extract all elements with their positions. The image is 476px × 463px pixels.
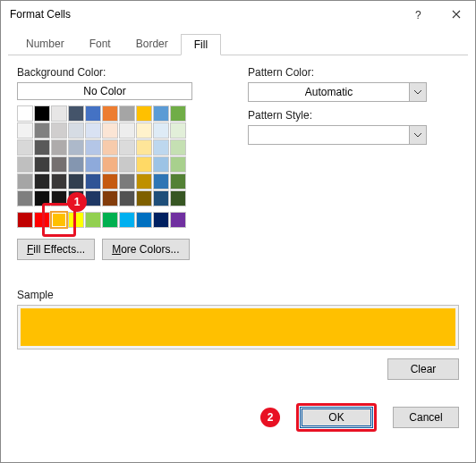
color-swatch[interactable] xyxy=(170,156,186,173)
color-swatch[interactable] xyxy=(153,139,169,156)
color-swatch[interactable] xyxy=(17,122,33,139)
standard-color-swatch[interactable] xyxy=(68,212,84,228)
pattern-color-value: Automatic xyxy=(248,82,409,102)
color-swatch[interactable] xyxy=(68,139,84,156)
standard-color-swatch[interactable] xyxy=(102,212,118,228)
color-swatch[interactable] xyxy=(136,156,152,173)
color-swatch[interactable] xyxy=(136,173,152,189)
color-swatch[interactable] xyxy=(68,173,84,189)
color-swatch[interactable] xyxy=(136,122,152,139)
color-swatch[interactable] xyxy=(153,122,169,139)
chevron-down-icon[interactable] xyxy=(409,125,427,145)
color-swatch[interactable] xyxy=(68,156,84,173)
fill-effects-button[interactable]: Fill Effects... xyxy=(17,239,95,260)
sample-swatch xyxy=(21,308,455,346)
color-swatch[interactable] xyxy=(34,173,50,189)
standard-color-swatch[interactable] xyxy=(153,212,169,228)
title-bar: Format Cells ? xyxy=(1,1,475,28)
color-swatch[interactable] xyxy=(102,156,118,173)
standard-color-swatch[interactable] xyxy=(170,212,186,228)
color-swatch[interactable] xyxy=(51,190,67,206)
color-swatch[interactable] xyxy=(170,190,186,206)
color-swatch[interactable] xyxy=(34,139,50,156)
chevron-down-icon[interactable] xyxy=(409,82,427,102)
color-swatch[interactable] xyxy=(51,139,67,156)
color-swatch[interactable] xyxy=(119,156,135,173)
cancel-button[interactable]: Cancel xyxy=(393,407,459,428)
color-swatch[interactable] xyxy=(68,190,84,206)
color-swatch[interactable] xyxy=(85,122,101,139)
color-swatch[interactable] xyxy=(170,105,186,122)
color-swatch[interactable] xyxy=(85,156,101,173)
color-swatch[interactable] xyxy=(102,122,118,139)
standard-color-swatch[interactable] xyxy=(51,212,67,228)
tab-font[interactable]: Font xyxy=(77,34,123,55)
color-swatch[interactable] xyxy=(85,173,101,189)
color-swatch[interactable] xyxy=(68,105,84,122)
color-swatch[interactable] xyxy=(102,173,118,189)
color-swatch[interactable] xyxy=(153,190,169,206)
help-button[interactable]: ? xyxy=(400,1,438,28)
color-swatch[interactable] xyxy=(68,122,84,139)
color-swatch[interactable] xyxy=(136,139,152,156)
color-swatch[interactable] xyxy=(102,105,118,122)
color-swatch[interactable] xyxy=(85,139,101,156)
close-button[interactable] xyxy=(438,1,475,28)
color-swatch[interactable] xyxy=(34,122,50,139)
color-swatch[interactable] xyxy=(51,105,67,122)
tab-border[interactable]: Border xyxy=(123,34,181,55)
svg-text:?: ? xyxy=(415,9,421,21)
color-swatch[interactable] xyxy=(119,173,135,189)
no-color-button[interactable]: No Color xyxy=(17,82,192,100)
color-swatch[interactable] xyxy=(17,190,33,206)
color-swatch[interactable] xyxy=(170,173,186,189)
color-swatch[interactable] xyxy=(170,122,186,139)
color-swatch[interactable] xyxy=(85,105,101,122)
clear-button[interactable]: Clear xyxy=(387,358,459,380)
standard-color-swatch[interactable] xyxy=(34,212,50,228)
color-swatch[interactable] xyxy=(51,173,67,189)
color-swatch[interactable] xyxy=(153,173,169,189)
standard-color-row xyxy=(17,212,214,228)
color-swatch[interactable] xyxy=(51,122,67,139)
tab-fill[interactable]: Fill xyxy=(181,34,221,55)
background-color-label: Background Color: xyxy=(17,66,214,79)
window-title: Format Cells xyxy=(10,8,400,21)
color-swatch[interactable] xyxy=(119,105,135,122)
color-swatch[interactable] xyxy=(17,173,33,189)
annotation-badge-2: 2 xyxy=(260,408,280,427)
color-swatch[interactable] xyxy=(119,122,135,139)
pattern-style-value xyxy=(248,125,409,145)
tab-number[interactable]: Number xyxy=(13,34,77,55)
color-swatch[interactable] xyxy=(136,105,152,122)
color-swatch[interactable] xyxy=(153,156,169,173)
annotation-box-2-wrap: OK xyxy=(296,403,377,432)
theme-color-palette xyxy=(17,105,214,206)
color-swatch[interactable] xyxy=(119,139,135,156)
pattern-color-dropdown[interactable]: Automatic xyxy=(248,82,427,102)
color-swatch[interactable] xyxy=(170,139,186,156)
color-swatch[interactable] xyxy=(34,105,50,122)
pattern-color-label: Pattern Color: xyxy=(248,66,427,79)
color-swatch[interactable] xyxy=(17,105,33,122)
color-swatch[interactable] xyxy=(85,190,101,206)
color-swatch[interactable] xyxy=(102,139,118,156)
standard-color-swatch[interactable] xyxy=(119,212,135,228)
more-colors-button[interactable]: More Colors... xyxy=(102,239,189,260)
sample-label: Sample xyxy=(17,289,459,301)
standard-color-swatch[interactable] xyxy=(136,212,152,228)
standard-color-swatch[interactable] xyxy=(17,212,33,228)
color-swatch[interactable] xyxy=(17,156,33,173)
color-swatch[interactable] xyxy=(102,190,118,206)
color-swatch[interactable] xyxy=(34,156,50,173)
sample-box xyxy=(17,305,459,349)
pattern-style-dropdown[interactable] xyxy=(248,125,427,145)
color-swatch[interactable] xyxy=(34,190,50,206)
standard-color-swatch[interactable] xyxy=(85,212,101,228)
color-swatch[interactable] xyxy=(119,190,135,206)
color-swatch[interactable] xyxy=(136,190,152,206)
color-swatch[interactable] xyxy=(153,105,169,122)
color-swatch[interactable] xyxy=(17,139,33,156)
color-swatch[interactable] xyxy=(51,156,67,173)
ok-button[interactable]: OK xyxy=(300,407,373,428)
